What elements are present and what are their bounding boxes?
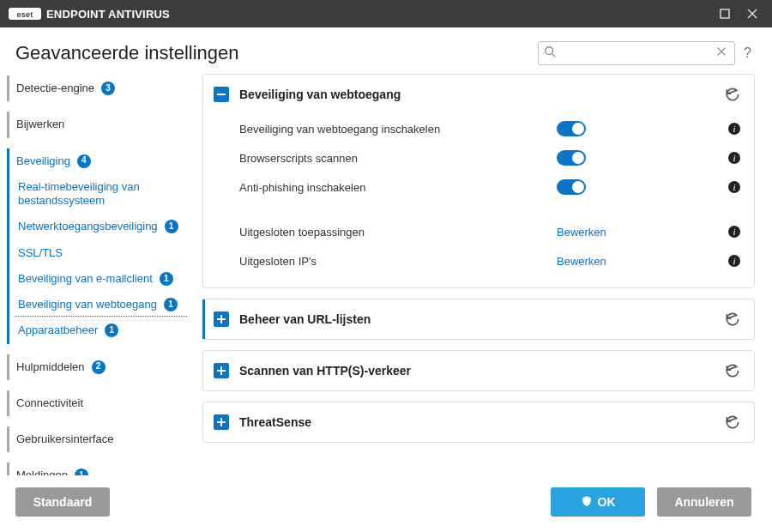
brand: eset ENDPOINT ANTIVIRUS — [9, 8, 170, 21]
svg-text:i: i — [733, 124, 735, 134]
search-field[interactable] — [538, 41, 735, 65]
badge: 1 — [164, 298, 178, 311]
toggle[interactable] — [557, 179, 586, 195]
svg-text:i: i — [733, 153, 735, 163]
svg-rect-2 — [721, 9, 729, 18]
setting-browser-scripts: Browserscripts scannen i — [239, 143, 742, 172]
expand-icon[interactable] — [214, 363, 229, 378]
revert-icon[interactable] — [723, 361, 742, 380]
header: Geavanceerde instellingen ? — [0, 27, 772, 74]
sidebar-item-label: Apparaatbeheer — [18, 323, 98, 337]
sidebar-item-user-interface[interactable]: Gebruikersinterface — [7, 426, 190, 452]
sidebar-item-realtime-fs[interactable]: Real-timebeveiliging van bestandssysteem — [7, 174, 190, 215]
window-controls — [714, 3, 763, 25]
svg-text:eset: eset — [17, 10, 33, 19]
svg-text:i: i — [733, 182, 735, 192]
sidebar-item-label: Beveiliging — [16, 154, 70, 168]
info-icon[interactable]: i — [727, 150, 742, 166]
cancel-button[interactable]: Annuleren — [657, 487, 751, 517]
sidebar-item-web-access[interactable]: Beveiliging van webtoegang 1 — [7, 292, 190, 317]
panel-web-access: Beveiliging van webtoegang Beveiliging v… — [202, 74, 755, 288]
setting-anti-phishing: Anti-phishing inschakelen i — [239, 172, 742, 202]
badge: 1 — [105, 323, 118, 337]
info-icon[interactable]: i — [727, 253, 742, 269]
sidebar-item-connectivity[interactable]: Connectiviteit — [7, 390, 190, 416]
panel-body: Beveiliging van webtoegang inschakelen i… — [203, 114, 754, 287]
brand-logo: eset — [9, 8, 41, 20]
search-clear-icon[interactable] — [714, 45, 729, 61]
sidebar-item-label: Beveiliging van e-mailclient — [18, 272, 153, 286]
badge: 2 — [92, 360, 106, 374]
sidebar-item-ssl-tls[interactable]: SSL/TLS — [7, 240, 190, 266]
page-title: Geavanceerde instellingen — [15, 42, 239, 64]
info-icon[interactable]: i — [727, 179, 742, 195]
sidebar-item-mail-client[interactable]: Beveiliging van e-mailclient 1 — [7, 266, 190, 292]
expand-icon[interactable] — [214, 414, 229, 430]
svg-text:i: i — [733, 227, 735, 237]
titlebar: eset ENDPOINT ANTIVIRUS — [0, 0, 772, 27]
panel-url-lists: Beheer van URL-lijsten — [202, 299, 755, 340]
collapse-icon[interactable] — [214, 87, 229, 102]
setting-excluded-ips: Uitgesloten IP's Bewerken i — [239, 246, 742, 275]
default-button[interactable]: Standaard — [15, 487, 110, 517]
svg-rect-21 — [220, 366, 222, 375]
revert-icon[interactable] — [723, 85, 742, 104]
sidebar-item-detection-engine[interactable]: Detectie-engine 3 — [7, 76, 190, 101]
footer: Standaard OK Annuleren — [0, 475, 772, 532]
sidebar-item-label: Netwerktoegangsbeveiliging — [18, 220, 158, 233]
info-icon[interactable]: i — [727, 121, 742, 136]
toggle[interactable] — [557, 121, 586, 136]
sidebar: Detectie-engine 3 Bijwerken Beveiliging … — [0, 74, 194, 475]
badge: 1 — [165, 220, 178, 233]
sidebar-item-network-access[interactable]: Netwerktoegangsbeveiliging 1 — [7, 214, 190, 239]
revert-icon[interactable] — [723, 413, 742, 432]
svg-point-3 — [546, 47, 553, 55]
search-icon — [544, 45, 556, 61]
main: Beveiliging van webtoegang Beveiliging v… — [194, 74, 755, 475]
toggle[interactable] — [557, 150, 586, 166]
expand-icon[interactable] — [214, 311, 229, 327]
sidebar-item-device-control[interactable]: Apparaatbeheer 1 — [7, 317, 190, 343]
badge: 1 — [160, 272, 173, 286]
panel-title: Beheer van URL-lijsten — [239, 312, 713, 326]
sidebar-item-label: Connectiviteit — [16, 396, 83, 410]
ok-button[interactable]: OK — [551, 487, 645, 517]
window-close-button[interactable] — [741, 3, 763, 25]
sidebar-item-security[interactable]: Beveiliging 4 — [7, 148, 190, 174]
panel-header[interactable]: ThreatSense — [203, 402, 754, 442]
panel-header[interactable]: Beheer van URL-lijsten — [202, 299, 754, 339]
sidebar-item-label: Detectie-engine — [16, 82, 94, 95]
setting-enable-web-protection: Beveiliging van webtoegang inschakelen i — [239, 114, 742, 143]
window-maximize-button[interactable] — [714, 3, 736, 25]
setting-label: Browserscripts scannen — [239, 152, 557, 165]
svg-rect-18 — [220, 315, 222, 323]
panel-header[interactable]: Scannen van HTTP(S)-verkeer — [203, 351, 754, 390]
sidebar-item-label: Hulpmiddelen — [16, 360, 85, 374]
ok-button-label: OK — [598, 495, 616, 509]
panel-header[interactable]: Beveiliging van webtoegang — [203, 75, 754, 114]
svg-rect-5 — [217, 94, 226, 95]
panel-title: ThreatSense — [239, 415, 713, 429]
badge: 3 — [101, 82, 115, 95]
sidebar-item-label: Gebruikersinterface — [16, 432, 113, 446]
panel-http-scan: Scannen van HTTP(S)-verkeer — [202, 350, 755, 391]
sidebar-item-notifications[interactable]: Meldingen 1 — [7, 462, 190, 475]
sidebar-item-tools[interactable]: Hulpmiddelen 2 — [7, 354, 190, 380]
product-name: ENDPOINT ANTIVIRUS — [46, 8, 170, 21]
svg-text:i: i — [733, 256, 735, 266]
setting-label: Uitgesloten toepassingen — [239, 226, 557, 239]
help-button[interactable]: ? — [744, 45, 751, 61]
sidebar-item-label: SSL/TLS — [18, 246, 63, 260]
sidebar-item-label: Bijwerken — [16, 118, 64, 131]
panel-threatsense: ThreatSense — [202, 402, 755, 443]
shield-icon — [581, 495, 593, 510]
search-input[interactable] — [556, 47, 714, 60]
svg-rect-24 — [220, 418, 222, 426]
panel-title: Beveiliging van webtoegang — [239, 88, 713, 101]
edit-link[interactable]: Bewerken — [557, 226, 606, 239]
revert-icon[interactable] — [723, 310, 742, 329]
panel-title: Scannen van HTTP(S)-verkeer — [239, 364, 713, 378]
edit-link[interactable]: Bewerken — [557, 255, 606, 268]
sidebar-item-update[interactable]: Bijwerken — [7, 112, 190, 137]
info-icon[interactable]: i — [727, 224, 742, 239]
